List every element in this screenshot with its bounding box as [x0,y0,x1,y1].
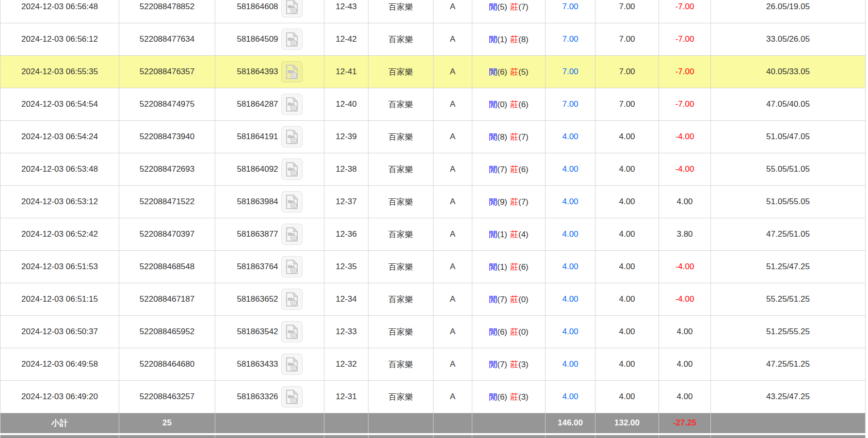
video-replay-button[interactable] [281,224,303,245]
win-loss: 4.00 [659,186,711,218]
banker-label: 莊 [510,35,518,44]
game-result: 閒(1)莊(4) [472,218,546,251]
video-replay-button[interactable] [281,289,303,310]
bet-amount-cell: 4.00 [546,218,595,251]
round-id: 581864191 [237,132,278,142]
banker-score: (6) [518,165,529,174]
bet-time: 2024-12-03 06:50:37 [0,316,119,348]
table-row[interactable]: 2024-12-03 06:52:42 522088470397 5818638… [0,218,866,251]
bet-amount-cell: 4.00 [546,348,595,381]
valid-amount: 7.00 [595,56,659,88]
banker-label: 莊 [510,132,518,142]
subtotal-label: 小計 [0,413,119,434]
bet-amount-link[interactable]: 4.00 [562,197,578,206]
bet-amount-cell: 4.00 [546,316,595,348]
platform: A [434,251,472,283]
bet-amount-link[interactable]: 7.00 [562,2,578,11]
round-id: 581863984 [237,197,278,207]
bet-amount-link[interactable]: 4.00 [562,327,578,336]
table-round: 12-40 [324,88,369,121]
table-row[interactable]: 2024-12-03 06:53:12 522088471522 5818639… [0,186,866,218]
bet-amount-link[interactable]: 4.00 [562,132,578,141]
banker-score: (0) [518,327,529,337]
player-score: (1) [497,35,507,44]
table-row[interactable]: 2024-12-03 06:56:12 522088477634 5818645… [0,23,866,56]
valid-amount: 4.00 [595,316,659,348]
bet-amount-cell: 7.00 [546,88,595,121]
win-loss: -4.00 [659,153,711,186]
subtotal-bet-total: 146.00 [546,413,595,434]
round-cell: 581864287 [215,88,324,121]
video-replay-button[interactable] [281,354,303,375]
bet-amount-link[interactable]: 4.00 [562,229,578,239]
player-label: 閒 [489,165,497,174]
video-replay-button[interactable] [281,321,303,342]
player-label: 閒 [489,35,497,44]
player-label: 閒 [489,327,497,337]
table-row[interactable]: 2024-12-03 06:50:37 522088465952 5818635… [0,316,866,348]
bet-time: 2024-12-03 06:56:48 [0,0,119,23]
next-summary-row-partial [0,434,866,438]
bet-id: 522088478852 [119,0,215,23]
video-file-icon [285,65,299,80]
video-file-icon [285,357,299,372]
bet-amount-link[interactable]: 7.00 [562,34,578,44]
table-row[interactable]: 2024-12-03 06:51:15 522088467187 5818636… [0,283,866,316]
bet-time: 2024-12-03 06:54:54 [0,88,119,121]
bet-amount-link[interactable]: 4.00 [562,294,578,304]
banker-score: (3) [518,360,529,369]
table-row[interactable]: 2024-12-03 06:49:20 522088463257 5818633… [0,381,866,413]
player-score: (1) [497,230,507,239]
bet-amount-link[interactable]: 7.00 [562,67,578,76]
table-row[interactable]: 2024-12-03 06:53:48 522088472693 5818640… [0,153,866,186]
bet-amount-link[interactable]: 7.00 [562,99,578,109]
table-row[interactable]: 2024-12-03 06:54:54 522088474975 5818642… [0,88,866,121]
platform: A [434,283,472,316]
valid-amount: 4.00 [595,121,659,153]
bet-amount-link[interactable]: 4.00 [562,359,578,369]
round-id: 581863877 [237,229,278,239]
video-replay-button[interactable] [281,191,303,212]
bet-amount-cell: 4.00 [546,283,595,316]
game-result: 閒(1)莊(6) [472,251,546,283]
bet-id: 522088463257 [119,381,215,413]
player-score: (6) [497,327,507,337]
win-loss: 4.00 [659,316,711,348]
bet-amount-link[interactable]: 4.00 [562,262,578,271]
banker-label: 莊 [510,230,518,239]
balance: 33.05/26.05 [711,23,866,56]
video-replay-button[interactable] [281,61,303,82]
banker-label: 莊 [510,360,518,369]
table-row[interactable]: 2024-12-03 06:51:53 522088468548 5818637… [0,251,866,283]
game-result: 閒(5)莊(7) [472,0,546,23]
video-replay-button[interactable] [281,386,303,407]
table-round: 12-34 [324,283,369,316]
video-replay-button[interactable] [281,29,303,50]
valid-amount: 4.00 [595,153,659,186]
valid-amount: 7.00 [595,0,659,23]
round-id: 581863326 [237,392,278,402]
game-name: 百家樂 [369,56,434,88]
bet-amount-link[interactable]: 4.00 [562,392,578,401]
banker-score: (8) [518,35,529,44]
table-row[interactable]: 2024-12-03 06:49:58 522088464680 5818634… [0,348,866,381]
video-replay-button[interactable] [281,126,303,147]
subtotal-empty-cell [215,413,324,434]
player-label: 閒 [489,230,497,239]
video-replay-button[interactable] [281,94,303,115]
video-replay-button[interactable] [281,0,303,17]
video-replay-button[interactable] [281,256,303,277]
balance: 55.05/51.05 [711,153,866,186]
table-row[interactable]: 2024-12-03 06:54:24 522088473940 5818641… [0,121,866,153]
table-row[interactable]: 2024-12-03 06:56:48 522088478852 5818646… [0,0,866,23]
balance: 40.05/33.05 [711,56,866,88]
round-cell: 581864393 [215,56,324,88]
table-row[interactable]: 2024-12-03 06:55:35 522088476357 5818643… [0,56,866,88]
bet-amount-link[interactable]: 4.00 [562,164,578,174]
table-round: 12-35 [324,251,369,283]
banker-label: 莊 [510,165,518,174]
video-replay-button[interactable] [281,159,303,180]
bet-id: 522088465952 [119,316,215,348]
round-cell: 581863542 [215,316,324,348]
balance: 55.25/51.25 [711,283,866,316]
